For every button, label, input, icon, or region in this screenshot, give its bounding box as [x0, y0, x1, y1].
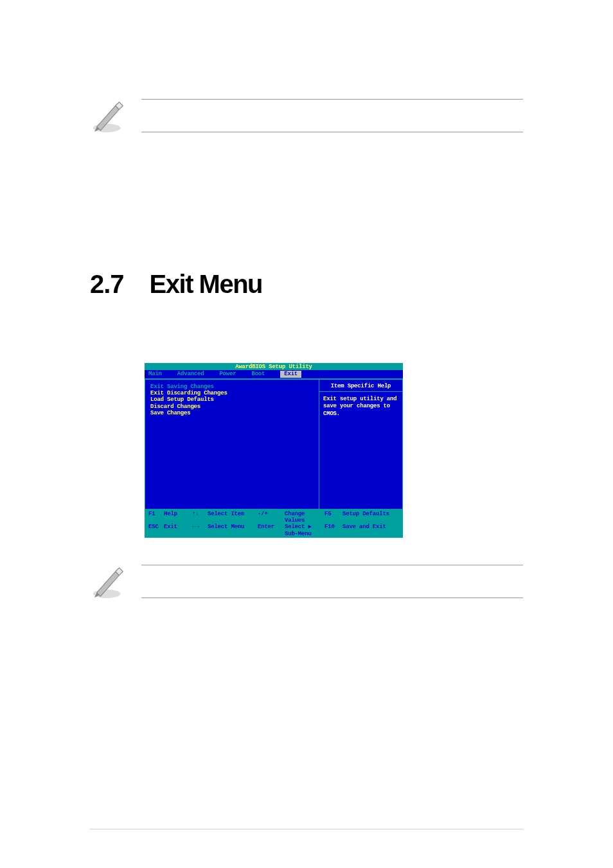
footer-label-help: Help	[164, 511, 192, 524]
help-panel-title: Item Specific Help	[319, 380, 402, 392]
footer-arrows-updown: ↑↓	[192, 511, 208, 524]
footer-action-change-values: Change Values	[285, 511, 317, 524]
footer-action-setup-defaults: Setup Defaults	[342, 511, 399, 524]
pen-note-icon	[90, 562, 129, 601]
section-number: 2.7	[90, 270, 124, 299]
section-title: Exit Menu	[150, 270, 262, 299]
note-divider-top	[141, 99, 523, 100]
note-block-1	[90, 96, 523, 135]
tab-main[interactable]: Main	[148, 371, 162, 377]
menu-item-exit-discarding[interactable]: Exit Discarding Changes	[150, 390, 314, 396]
menu-item-load-defaults[interactable]: Load Setup Defaults	[150, 396, 314, 403]
footer-key-f10: F10	[324, 524, 342, 537]
footer-arrows-leftright: ←→	[192, 524, 208, 537]
footer-key-f5: F5	[324, 511, 342, 524]
bios-help-panel: Item Specific Help Exit setup utility an…	[319, 380, 403, 509]
menu-item-discard-changes[interactable]: Discard Changes	[150, 403, 314, 410]
note-divider-bottom	[141, 132, 523, 132]
bios-window: AwardBIOS Setup Utility Main Advanced Po…	[145, 363, 403, 538]
page-footer-divider	[90, 829, 523, 829]
note-block-2	[90, 562, 523, 601]
tab-advanced[interactable]: Advanced	[177, 371, 204, 377]
tab-exit[interactable]: Exit	[280, 371, 301, 377]
pen-note-icon	[90, 96, 129, 135]
section-heading: 2.7 Exit Menu	[90, 270, 523, 299]
note-divider-top	[141, 565, 523, 565]
footer-action-save-exit: Save and Exit	[342, 524, 399, 537]
tab-power[interactable]: Power	[219, 371, 236, 377]
tab-boot[interactable]: Boot	[251, 371, 265, 377]
bios-footer: F1 Help ↑↓ Select Item -/+ Change Values…	[145, 509, 403, 538]
footer-label-exit: Exit	[164, 524, 192, 537]
bios-title: AwardBIOS Setup Utility	[145, 363, 403, 370]
bios-menubar: Main Advanced Power Boot Exit	[145, 370, 403, 378]
bios-menu-panel: Exit Saving Changes Exit Discarding Chan…	[145, 380, 319, 509]
help-panel-body: Exit setup utility and save your changes…	[319, 392, 402, 420]
footer-action-select-item: Select Item	[208, 511, 258, 524]
menu-item-save-changes[interactable]: Save Changes	[150, 410, 314, 416]
note-divider-bottom	[141, 598, 523, 598]
footer-action-submenu: Select ▶ Sub-Menu	[285, 524, 317, 537]
menu-item-exit-saving[interactable]: Exit Saving Changes	[150, 384, 314, 390]
footer-key-f1: F1	[148, 511, 164, 524]
footer-key-enter: Enter	[258, 524, 285, 537]
footer-key-plusminus: -/+	[258, 511, 285, 524]
footer-key-esc: ESC	[148, 524, 164, 537]
footer-action-select-menu: Select Menu	[208, 524, 258, 537]
